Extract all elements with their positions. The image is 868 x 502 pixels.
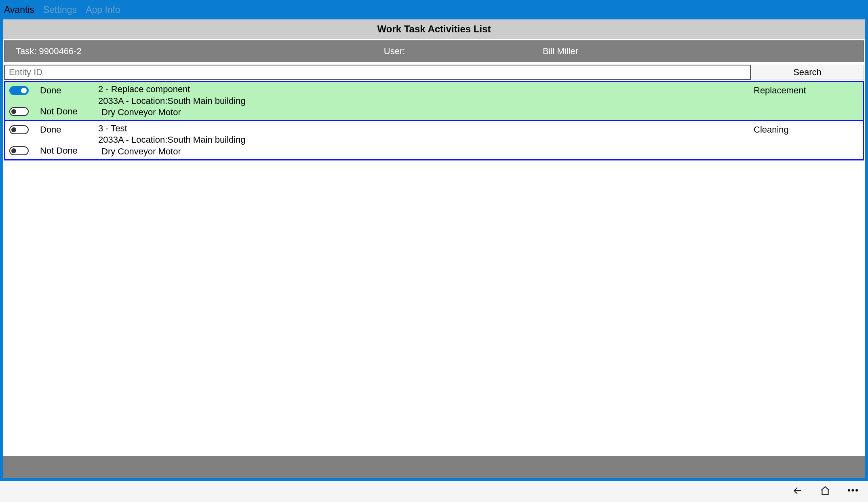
home-icon[interactable] xyxy=(820,485,830,498)
back-icon[interactable] xyxy=(792,485,803,498)
not-done-toggle-label: Not Done xyxy=(40,106,78,117)
activity-line2: 2033A - Location:South Main building xyxy=(98,95,754,107)
activity-line3: Dry Conveyor Motor xyxy=(98,107,754,118)
more-icon[interactable]: ••• xyxy=(847,485,859,498)
done-toggle-label: Done xyxy=(40,85,61,96)
task-id-label: Task: 9900466-2 xyxy=(16,46,384,57)
activity-line1: 2 - Replace component xyxy=(98,84,754,95)
done-toggle[interactable] xyxy=(9,86,29,95)
search-button[interactable]: Search xyxy=(751,65,864,80)
user-label: User: xyxy=(384,46,543,57)
activity-line3: Dry Conveyor Motor xyxy=(98,146,754,158)
menu-item-appinfo[interactable]: App Info xyxy=(86,4,120,15)
footer-bar xyxy=(3,456,865,478)
info-bar: Task: 9900466-2 User: Bill Miller xyxy=(4,40,864,62)
menu-item-avantis[interactable]: Avantis xyxy=(4,4,34,15)
activity-description: 2 - Replace component 2033A - Location:S… xyxy=(90,84,754,118)
not-done-toggle[interactable] xyxy=(9,146,29,155)
search-row: Search xyxy=(3,64,865,81)
activity-line1: 3 - Test xyxy=(98,123,754,135)
activity-row[interactable]: Done Not Done 2 - Replace component 2033… xyxy=(4,81,864,121)
not-done-toggle-label: Not Done xyxy=(40,146,78,156)
content-frame: Work Task Activities List Task: 9900466-… xyxy=(0,19,868,481)
activity-category: Cleaning xyxy=(754,123,859,158)
system-bar: ••• xyxy=(0,481,868,502)
user-name: Bill Miller xyxy=(543,46,852,57)
activities-list: Done Not Done 2 - Replace component 2033… xyxy=(3,81,865,456)
activity-line2: 2033A - Location:South Main building xyxy=(98,134,754,146)
page-title: Work Task Activities List xyxy=(3,19,865,39)
activity-description: 3 - Test 2033A - Location:South Main bui… xyxy=(90,123,754,158)
done-toggle[interactable] xyxy=(9,125,29,134)
menu-item-settings[interactable]: Settings xyxy=(43,4,77,15)
not-done-toggle[interactable] xyxy=(9,107,29,116)
toggle-column: Done Not Done xyxy=(9,84,90,118)
content-inner: Work Task Activities List Task: 9900466-… xyxy=(3,19,865,478)
entity-id-input[interactable] xyxy=(4,65,751,80)
activity-row[interactable]: Done Not Done 3 - Test 2033A - Location:… xyxy=(4,120,864,160)
menu-bar: Avantis Settings App Info xyxy=(0,0,868,19)
done-toggle-label: Done xyxy=(40,124,61,135)
activity-category: Replacement xyxy=(754,84,859,118)
toggle-column: Done Not Done xyxy=(9,123,90,158)
